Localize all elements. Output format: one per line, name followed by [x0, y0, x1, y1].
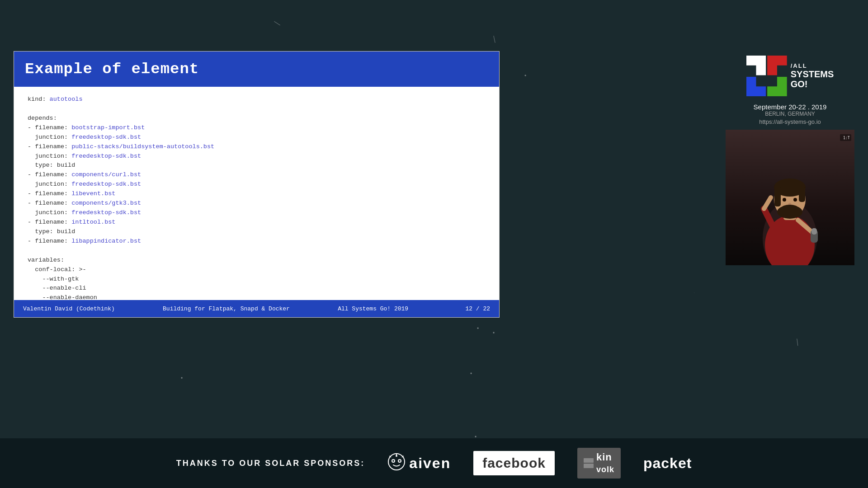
footer-talk-title: Building for Flatpak, Snapd & Docker [163, 305, 290, 312]
event-url: https://all-systems-go.io [759, 118, 821, 125]
aiven-icon [387, 453, 406, 474]
svg-point-24 [399, 460, 401, 462]
right-panel: /ALL SYSTEMS GO! September 20-22 . 2019 … [726, 51, 854, 265]
svg-rect-7 [799, 186, 805, 202]
logo-text-go: GO! [791, 79, 808, 89]
svg-point-26 [396, 455, 397, 457]
code-block: kind: autotools depends: - filename: boo… [28, 95, 486, 300]
event-date: September 20-22 . 2019 [754, 103, 827, 111]
logo-sq-green [767, 77, 787, 97]
slide-title: Example of element [25, 61, 199, 78]
sponsors-bar: THANKS TO OUR SOLAR SPONSORS: aiven face… [0, 438, 868, 488]
svg-point-23 [392, 460, 394, 462]
facebook-sponsor: facebook [473, 451, 555, 475]
event-location: BERLIN, GERMANY [765, 111, 815, 117]
svg-rect-6 [774, 186, 781, 206]
slide-header: Example of element [14, 52, 499, 87]
sponsors-thanks-text: THANKS TO OUR SOLAR SPONSORS: [176, 459, 365, 468]
aiven-sponsor: aiven [387, 453, 451, 474]
packet-label: packet [643, 455, 692, 471]
svg-point-8 [783, 198, 786, 202]
event-logo-area: /ALL SYSTEMS GO! September 20-22 . 2019 … [726, 51, 854, 130]
logo-text-systems: SYSTEMS [791, 69, 834, 79]
logo-sq-white [746, 56, 766, 75]
footer-slide-number: 12 / 22 [465, 305, 490, 312]
svg-text:1:T: 1:T [843, 136, 850, 140]
logo-text-all: /ALL [791, 62, 807, 69]
svg-point-9 [793, 198, 797, 202]
facebook-label: facebook [482, 455, 546, 470]
slide-footer: Valentin David (Codethink) Building for … [14, 300, 499, 317]
svg-point-12 [782, 205, 798, 211]
svg-rect-15 [811, 228, 817, 235]
slide-container: Example of element kind: autotools depen… [14, 51, 500, 318]
footer-event: All Systems Go! 2019 [338, 305, 408, 312]
speaker-video: 1:T [726, 130, 854, 265]
packet-sponsor: packet [643, 455, 692, 472]
logo-squares [746, 56, 787, 96]
slide-content: kind: autotools depends: - filename: boo… [14, 87, 499, 300]
logo-text-block: /ALL SYSTEMS GO! [791, 62, 834, 89]
kinvolk-label: kinvolk [596, 451, 614, 475]
kinvolk-icon [584, 458, 594, 468]
footer-presenter: Valentin David (Codethink) [23, 305, 115, 312]
kinvolk-sponsor: kinvolk [577, 448, 621, 479]
all-systems-go-logo: /ALL SYSTEMS GO! [746, 56, 834, 96]
aiven-label: aiven [409, 455, 451, 472]
logo-sq-blue [746, 77, 766, 97]
logo-sq-red [767, 56, 787, 75]
